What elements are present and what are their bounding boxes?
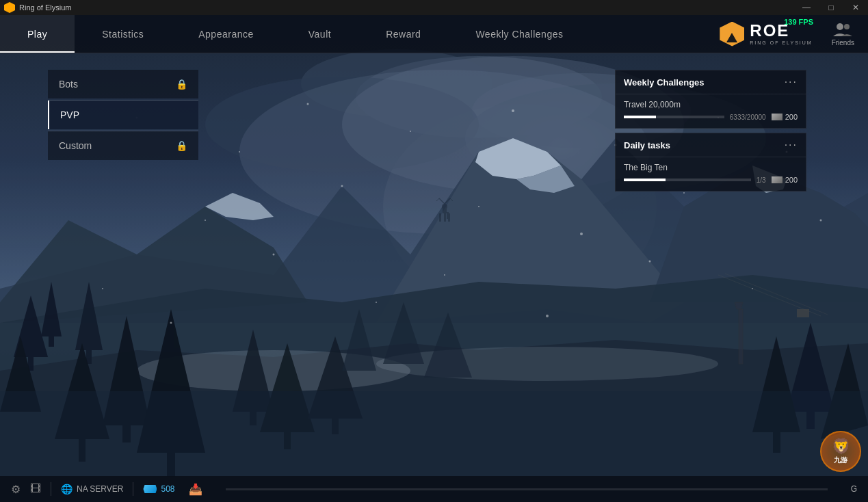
daily-task-progress-row-1: 1/3 200	[624, 176, 798, 184]
weekly-challenge-progress-row-1: 6333/20000 200	[624, 113, 798, 121]
close-button[interactable]: ✕	[843, 0, 868, 15]
nav-tab-weekly-challenges[interactable]: Weekly Challenges	[448, 15, 590, 53]
weekly-challenges-more[interactable]: ···	[785, 76, 798, 88]
weekly-challenge-name-1: Travel 20,000m	[624, 100, 798, 109]
statusbar: ⚙ 🎞 🌐 NA SERVER 508 📥 G	[0, 476, 868, 502]
camera-icon[interactable]: 🎞	[30, 483, 41, 495]
status-right-label: G	[851, 484, 857, 494]
friends-icon	[833, 21, 852, 38]
mode-item-pvp[interactable]: PVP	[48, 101, 198, 129]
weekly-challenge-progress-text-1: 6333/20000	[730, 114, 766, 121]
lock-icon-bots: 🔒	[176, 79, 187, 90]
currency-value: 508	[161, 484, 174, 494]
titlebar-icon	[4, 2, 15, 13]
status-separator-2	[133, 482, 133, 496]
titlebar-controls: — □ ✕	[794, 0, 868, 15]
server-label: NA SERVER	[77, 484, 123, 494]
settings-icon[interactable]: ⚙	[11, 483, 21, 496]
nav-tab-vault[interactable]: Vault	[281, 15, 358, 53]
watermark: 🦁 九游	[820, 431, 861, 472]
nav-tab-reward[interactable]: Reward	[358, 15, 448, 53]
roe-subtitle: RING OF ELYSIUM	[750, 40, 812, 45]
daily-task-fill-1	[624, 179, 666, 181]
status-separator-1	[51, 482, 51, 496]
reward-icon-2	[772, 176, 782, 183]
titlebar-title: Ring of Elysium	[19, 3, 794, 12]
roe-hex-icon	[720, 22, 744, 47]
daily-task-reward-1: 200	[772, 176, 798, 184]
mode-item-bots[interactable]: Bots🔒	[48, 70, 198, 98]
nav-tab-play[interactable]: Play	[0, 15, 75, 53]
friends-label: Friends	[832, 39, 854, 47]
watermark-circle: 🦁 九游	[820, 431, 861, 472]
reward-icon-1	[772, 114, 782, 120]
titlebar: Ring of Elysium — □ ✕	[0, 0, 868, 15]
svg-point-89	[844, 24, 850, 29]
nav-tabs: PlayStatisticsAppearanceVaultRewardWeekl…	[0, 15, 590, 53]
mode-label-bots: Bots	[59, 79, 78, 90]
daily-tasks-section: Daily tasks ··· The Big Ten 1/3 200	[615, 133, 806, 191]
weekly-challenge-item-1: Travel 20,000m 6333/20000 200	[616, 94, 806, 128]
right-panel: Weekly Challenges ··· Travel 20,000m 633…	[615, 70, 806, 196]
nav-tab-appearance[interactable]: Appearance	[171, 15, 281, 53]
daily-tasks-title: Daily tasks	[624, 140, 785, 150]
minimize-button[interactable]: —	[794, 0, 819, 15]
watermark-text: 🦁 九游	[832, 438, 850, 465]
daily-tasks-more[interactable]: ···	[785, 139, 798, 151]
maximize-button[interactable]: □	[819, 0, 843, 15]
daily-task-bar-1	[624, 179, 751, 181]
daily-task-item-1: The Big Ten 1/3 200	[616, 157, 806, 191]
weekly-challenge-reward-1: 200	[772, 113, 798, 121]
globe-icon: 🌐	[61, 484, 73, 494]
friends-button[interactable]: Friends	[832, 21, 854, 47]
daily-task-reward-value-1: 200	[785, 176, 798, 184]
weekly-challenge-bar-1	[624, 116, 724, 118]
currency-icon	[143, 485, 157, 493]
mode-item-custom[interactable]: Custom🔒	[48, 131, 198, 160]
weekly-challenges-section: Weekly Challenges ··· Travel 20,000m 633…	[615, 70, 806, 129]
svg-point-88	[837, 23, 843, 30]
mode-label-pvp: PVP	[60, 109, 79, 120]
inbox-icon[interactable]: 📥	[189, 483, 202, 496]
weekly-challenge-reward-value-1: 200	[785, 113, 798, 121]
weekly-challenges-title: Weekly Challenges	[624, 77, 785, 88]
fps-counter: 139 FPS	[784, 18, 813, 26]
lock-icon-custom: 🔒	[176, 140, 187, 151]
daily-tasks-header: Daily tasks ···	[616, 133, 806, 157]
svg-rect-86	[739, 309, 743, 364]
left-panel: Bots🔒PVPCustom🔒	[48, 70, 198, 161]
daily-task-progress-text-1: 1/3	[757, 176, 766, 184]
weekly-challenge-fill-1	[624, 116, 656, 118]
mode-label-custom: Custom	[59, 140, 92, 151]
nav-tab-statistics[interactable]: Statistics	[75, 15, 171, 53]
server-info: 🌐 NA SERVER	[61, 484, 123, 494]
weekly-challenges-header: Weekly Challenges ···	[616, 70, 806, 94]
navbar: PlayStatisticsAppearanceVaultRewardWeekl…	[0, 15, 868, 53]
bottom-progress-bar	[226, 488, 828, 490]
currency-info: 508	[143, 484, 174, 494]
daily-task-name-1: The Big Ten	[624, 163, 798, 172]
